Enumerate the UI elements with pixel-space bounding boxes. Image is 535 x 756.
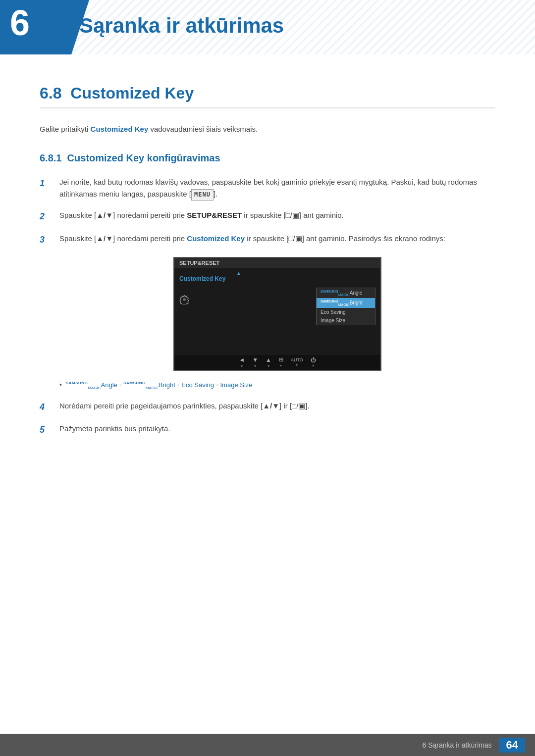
intro-text-after: vadovaudamiesi šiais veiksmais. [148, 125, 258, 133]
step-5-number: 5 [40, 423, 59, 437]
subsection-heading: Customized Key konfigūravimas [67, 152, 220, 163]
monitor-screen: SETUP&RESET Customized Key [173, 257, 381, 371]
bottom-btn-enter: ⊞ ▾ [279, 356, 283, 368]
subsection-title: 6.8.1 Customized Key konfigūravimas [40, 152, 495, 164]
monitor-gear-icon [179, 295, 189, 306]
svg-point-0 [183, 298, 186, 301]
intro-paragraph: Galite pritaikyti Customized Key vadovau… [40, 123, 495, 135]
footer-chapter-ref: 6 Sąranka ir atkūrimas [422, 741, 491, 749]
step-4: 4 Norėdami pereiti prie pageidaujamos pa… [40, 400, 495, 414]
monitor-container: SETUP&RESET Customized Key [59, 257, 495, 371]
section-heading: Customized Key [70, 84, 194, 102]
popup-item-bright: SAMSUNGMAGICBright [317, 298, 375, 308]
footer-page-number: 64 [499, 738, 525, 753]
step-4-number: 4 [40, 400, 59, 414]
step-5: 5 Pažymėta parinktis bus pritaikyta. [40, 423, 495, 437]
step-3-text: Spauskite [▲/▼] norėdami pereiti prie Cu… [59, 233, 495, 245]
popup-item-eco: Eco Saving [317, 308, 375, 316]
monitor-menu-title: SETUP&RESET [179, 260, 219, 266]
monitor-right-area: ▲ SAMSUNGMAGICAngle SAMSUNGMAGICBright E… [234, 268, 380, 355]
monitor-content: Customized Key ▲ [174, 268, 380, 355]
chapter-header: 6 Sąranka ir atkūrimas [0, 0, 535, 54]
monitor-menu-bar: SETUP&RESET [174, 258, 380, 268]
main-content: 6.8 Customized Key Galite pritaikyti Cus… [0, 84, 535, 486]
bullet-item-options: • SAMSUNGMAGICAngle - SAMSUNGMAGICBright… [59, 381, 495, 390]
step-4-text: Norėdami pereiti prie pageidaujamos pari… [59, 400, 495, 412]
popup-item-imagesize: Image Size [317, 316, 375, 325]
monitor-arrow: ▲ [236, 270, 241, 276]
step-1-text: Jei norite, kad būtų rodomas klavišų vad… [59, 176, 495, 201]
monitor-menu-item: Customized Key [179, 275, 225, 282]
step-2-text: Spauskite [▲/▼] norėdami pereiti prie SE… [59, 209, 495, 221]
bottom-btn-down: ▼ ▾ [252, 356, 258, 368]
bottom-btn-power: ⏻ ▾ [311, 357, 316, 368]
step-1: 1 Jei norite, kad būtų rodomas klavišų v… [40, 176, 495, 201]
step-1-number: 1 [40, 176, 59, 191]
bottom-btn-left: ◄ ▾ [239, 356, 245, 368]
step-2: 2 Spauskite [▲/▼] norėdami pereiti prie … [40, 209, 495, 224]
section-number: 6.8 [40, 84, 61, 102]
bullet-item-text: SAMSUNGMAGICAngle - SAMSUNGMAGICBright -… [66, 381, 253, 390]
step-3: 3 Spauskite [▲/▼] norėdami pereiti prie … [40, 233, 495, 247]
page-footer: 6 Sąranka ir atkūrimas 64 [0, 734, 535, 756]
popup-item-angle: SAMSUNGMAGICAngle [317, 288, 375, 298]
monitor-popup: SAMSUNGMAGICAngle SAMSUNGMAGICBright Eco… [316, 288, 375, 326]
monitor-bottom-bar: ◄ ▾ ▼ ▾ ▲ ▾ ⊞ ▾ AUTO ▾ [174, 355, 380, 370]
steps-list-2: 4 Norėdami pereiti prie pageidaujamos pa… [40, 400, 495, 438]
step-2-number: 2 [40, 209, 59, 224]
customized-key-label: Customized Key [187, 234, 245, 243]
monitor-left: Customized Key [174, 268, 234, 355]
steps-list: 1 Jei norite, kad būtų rodomas klavišų v… [40, 176, 495, 247]
intro-bold: Customized Key [91, 125, 149, 133]
subsection-number: 6.8.1 [40, 152, 61, 163]
setup-reset-label: SETUP&RESET [187, 211, 242, 219]
menu-key: MENU [191, 189, 214, 201]
chapter-number: 6 [10, 5, 30, 41]
bullet-list: • SAMSUNGMAGICAngle - SAMSUNGMAGICBright… [59, 381, 495, 390]
bottom-btn-auto: AUTO ▾ [291, 357, 303, 367]
step-3-number: 3 [40, 233, 59, 247]
section-title: 6.8 Customized Key [40, 84, 495, 108]
step-5-text: Pažymėta parinktis bus pritaikyta. [59, 423, 495, 435]
bottom-btn-up: ▲ ▾ [266, 356, 271, 368]
intro-text-before: Galite pritaikyti [40, 125, 91, 133]
chapter-title: Sąranka ir atkūrimas [79, 14, 284, 38]
